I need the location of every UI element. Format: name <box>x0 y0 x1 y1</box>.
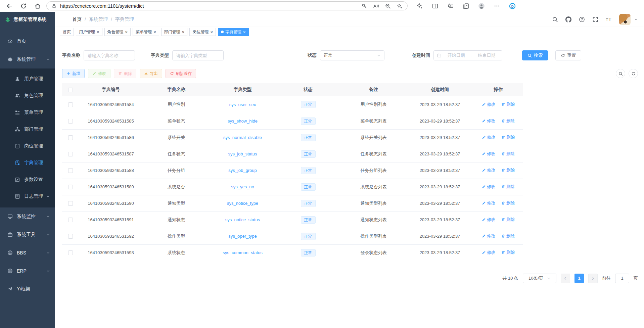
next-page-button[interactable] <box>588 274 598 283</box>
sidebar-item[interactable]: 系统工具 <box>0 226 55 244</box>
url-text[interactable]: https://ccnetcore.com:1101/system/dict <box>60 3 144 9</box>
sidebar-subitem[interactable]: 岗位管理 <box>0 138 55 154</box>
row-checkbox[interactable] <box>68 218 73 222</box>
delete-link[interactable]: 删除 <box>501 102 515 107</box>
delete-link[interactable]: 删除 <box>501 184 515 190</box>
tab[interactable]: 用户管理 × <box>76 28 102 36</box>
dict-type-link[interactable]: sys_show_hide <box>228 119 258 124</box>
dict-name-input[interactable] <box>84 50 135 60</box>
delete-link[interactable]: 删除 <box>501 217 515 223</box>
refresh-table-button[interactable] <box>629 69 638 78</box>
edit-link[interactable]: 修改 <box>482 168 495 173</box>
address-bar[interactable]: https://ccnetcore.com:1101/system/dict <box>46 1 408 10</box>
bing-icon[interactable]: b <box>509 3 516 9</box>
read-aloud-icon[interactable] <box>373 3 379 9</box>
edit-link[interactable]: 修改 <box>482 102 495 107</box>
dict-type-link[interactable]: sys_job_group <box>228 168 257 173</box>
date-range-picker[interactable]: 开始日期 - 结束日期 <box>433 50 502 60</box>
help-icon[interactable] <box>579 16 585 22</box>
home-icon[interactable] <box>34 3 41 9</box>
sidebar-subitem[interactable]: 角色管理 <box>0 87 55 104</box>
sidebar-subitem[interactable]: 部门管理 <box>0 121 55 138</box>
row-checkbox[interactable] <box>68 119 73 124</box>
sidebar-subitem[interactable]: 参数设置 <box>0 171 55 188</box>
close-icon[interactable]: × <box>210 30 213 34</box>
delete-link[interactable]: 删除 <box>501 151 515 157</box>
dict-type-link[interactable]: sys_yes_no <box>231 184 254 189</box>
close-icon[interactable]: × <box>153 30 156 34</box>
caret-down-icon[interactable] <box>634 17 638 21</box>
favorites-bar-icon[interactable] <box>447 3 454 9</box>
sidebar-subitem[interactable]: 日志管理 <box>0 188 55 205</box>
show-search-toggle-button[interactable] <box>616 69 625 78</box>
sidebar-subitem[interactable]: 菜单管理 <box>0 104 55 121</box>
delete-link[interactable]: 删除 <box>501 168 515 173</box>
tab[interactable]: 字典管理 × <box>218 28 249 36</box>
edit-link[interactable]: 修改 <box>482 233 495 239</box>
dict-type-link[interactable]: sys_notice_type <box>227 201 258 206</box>
table-row[interactable]: 1641030593246531593 系统状态 sys_common_stat… <box>62 244 523 261</box>
reset-button[interactable]: 重置 <box>555 50 581 60</box>
table-row[interactable]: 1641030593246531592 操作类型 sys_oper_type 正… <box>62 228 523 244</box>
edit-link[interactable]: 修改 <box>482 118 495 124</box>
tab[interactable]: 岗位管理 × <box>189 28 216 36</box>
breadcrumb-item[interactable]: 字典管理 <box>115 16 134 22</box>
table-row[interactable]: 1641030593246531589 系统是否 sys_yes_no 正常 系… <box>62 179 523 195</box>
toolbar-button[interactable]: 刷新缓存 <box>166 69 196 78</box>
dict-type-link[interactable]: sys_user_sex <box>229 102 256 107</box>
toolbar-button[interactable]: 删除 <box>114 69 136 78</box>
delete-link[interactable]: 删除 <box>501 118 515 124</box>
row-checkbox[interactable] <box>68 185 73 189</box>
edit-link[interactable]: 修改 <box>482 217 495 223</box>
sidebar-subitem[interactable]: 字典管理 <box>0 154 55 171</box>
row-checkbox[interactable] <box>68 102 73 107</box>
tab[interactable]: 菜单管理 × <box>133 28 159 36</box>
delete-link[interactable]: 删除 <box>501 250 515 255</box>
table-row[interactable]: 1641030593246531585 菜单状态 sys_show_hide 正… <box>62 113 523 129</box>
close-icon[interactable]: × <box>97 30 99 34</box>
close-icon[interactable]: × <box>182 30 185 34</box>
select-all-checkbox[interactable] <box>68 88 73 92</box>
row-checkbox[interactable] <box>68 201 73 206</box>
key-icon[interactable] <box>361 3 367 9</box>
delete-link[interactable]: 删除 <box>501 135 515 140</box>
table-row[interactable]: 1641030593246531591 通知状态 sys_notice_stat… <box>62 212 523 228</box>
sidebar-item[interactable]: 首页 <box>0 32 55 50</box>
dict-type-link[interactable]: sys_common_status <box>223 250 263 255</box>
edit-link[interactable]: 修改 <box>482 135 495 140</box>
profile-icon[interactable] <box>478 3 485 9</box>
page-goto-input[interactable] <box>615 274 629 283</box>
tab[interactable]: 首页 <box>60 28 74 36</box>
sidebar-item[interactable]: 系统管理 <box>0 50 55 68</box>
edit-link[interactable]: 修改 <box>482 200 495 206</box>
edit-link[interactable]: 修改 <box>482 250 495 255</box>
sidebar-fold-icon[interactable] <box>60 16 66 23</box>
search-button[interactable]: 搜索 <box>522 50 548 60</box>
dict-type-link[interactable]: sys_job_status <box>228 151 257 156</box>
toolbar-button[interactable]: 新增 <box>62 69 85 78</box>
row-checkbox[interactable] <box>68 250 73 255</box>
table-row[interactable]: 1641030593246531587 任务状态 sys_job_status … <box>62 146 523 162</box>
table-row[interactable]: 1641030593246531590 通知类型 sys_notice_type… <box>62 195 523 212</box>
delete-link[interactable]: 删除 <box>501 200 515 206</box>
font-size-icon[interactable]: TT <box>606 16 612 22</box>
user-avatar[interactable] <box>619 14 631 25</box>
search-icon[interactable] <box>552 16 558 22</box>
page-size-select[interactable]: 10条/页 <box>523 274 556 283</box>
sidebar-item[interactable]: 系统监控 <box>0 207 55 226</box>
sidebar-item[interactable]: Yi框架 <box>0 280 55 298</box>
current-page-button[interactable]: 1 <box>574 274 584 283</box>
sidebar-item[interactable]: BBS <box>0 244 55 262</box>
back-icon[interactable] <box>6 3 13 9</box>
split-screen-icon[interactable] <box>432 3 439 9</box>
edit-link[interactable]: 修改 <box>482 151 495 157</box>
refresh-icon[interactable] <box>20 3 27 9</box>
close-icon[interactable]: × <box>125 30 128 34</box>
row-checkbox[interactable] <box>68 234 73 239</box>
prev-page-button[interactable] <box>561 274 570 283</box>
zoom-page-icon[interactable] <box>385 3 391 9</box>
dict-type-link[interactable]: sys_normal_disable <box>223 135 262 140</box>
fullscreen-icon[interactable] <box>592 16 598 22</box>
status-select[interactable]: 正常 <box>320 50 384 60</box>
favorite-add-icon[interactable] <box>397 3 403 9</box>
